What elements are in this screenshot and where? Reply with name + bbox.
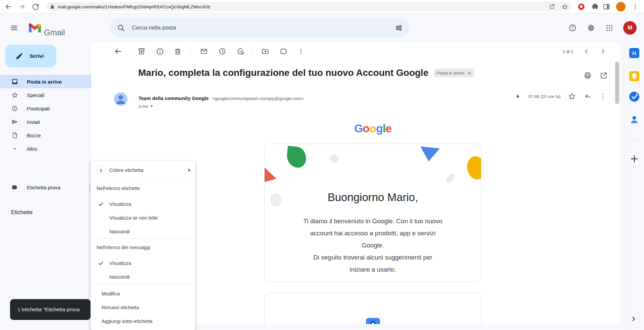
sender-avatar[interactable]: [114, 92, 127, 106]
sidebar: Scrivi Posta in arrivo Speciali Posticip…: [0, 43, 91, 330]
sidebar-item-snoozed[interactable]: Posticipati: [0, 102, 101, 115]
back-arrow-icon[interactable]: [114, 47, 122, 55]
share-icon[interactable]: [549, 3, 555, 10]
confetti-grey-diamond: [329, 153, 340, 164]
report-spam-icon[interactable]: [156, 47, 164, 55]
menu-item-hide-in-labels[interactable]: Nascondi: [91, 225, 195, 238]
bookmark-star-icon[interactable]: [561, 3, 568, 10]
browser-reload-icon[interactable]: [32, 3, 40, 11]
sidebar-label-etichetta-prova[interactable]: Etichetta prova: [0, 181, 101, 194]
browser-back-icon[interactable]: [4, 3, 12, 11]
adblock-icon[interactable]: [578, 3, 585, 10]
open-in-new-icon[interactable]: [600, 72, 608, 80]
confetti-red-triangle: [264, 167, 279, 187]
sidebar-item-drafts[interactable]: Bozze: [0, 129, 101, 142]
scrollbar-thumb[interactable]: [615, 61, 619, 104]
svg-text:?: ?: [572, 26, 574, 30]
subject-actions: [584, 72, 608, 80]
menu-item-hide-in-messages[interactable]: Nascondi: [91, 270, 195, 284]
more-vert-icon[interactable]: [297, 47, 305, 55]
newer-chevron-icon[interactable]: [583, 47, 591, 55]
sidebar-item-starred[interactable]: Speciali: [0, 88, 101, 102]
pagination: 1 di 1: [562, 43, 607, 60]
camera-icon: [366, 318, 380, 324]
pagination-count: 1 di 1: [562, 49, 573, 54]
confetti-grey-pill: [445, 172, 457, 184]
search-icon[interactable]: [117, 24, 125, 32]
inbox-label-chip[interactable]: Posta in arrivo: [434, 68, 474, 77]
keep-icon[interactable]: [629, 71, 639, 81]
lock-icon: [50, 4, 55, 9]
menu-item-add-sublabel[interactable]: Aggiungi sotto-etichetta: [91, 314, 195, 328]
confetti-yellow-ellipse: [465, 154, 481, 181]
check-icon: [98, 201, 104, 207]
address-bar[interactable]: mail.google.com/mail/u/1/#inbox/FMfcgzGr…: [46, 2, 572, 11]
menu-item-remove-label[interactable]: Rimuovi etichetta: [91, 300, 195, 314]
sidebar-item-inbox[interactable]: Posta in arrivo: [0, 75, 101, 88]
more-vert-icon[interactable]: [599, 92, 607, 100]
help-icon[interactable]: ?: [569, 24, 577, 32]
browser-profile-avatar[interactable]: [616, 2, 626, 11]
reply-icon[interactable]: [583, 92, 591, 100]
search-input[interactable]: [132, 25, 395, 31]
chevron-down-icon: [11, 145, 18, 152]
toast-message: L'etichetta "Etichetta prova: [18, 307, 79, 313]
account-avatar[interactable]: M: [623, 21, 637, 35]
tasks-icon[interactable]: [629, 92, 639, 102]
archive-icon[interactable]: [138, 47, 146, 55]
rail-divider: [630, 140, 639, 140]
confetti-green-wedge: [286, 146, 307, 169]
chip-close-icon[interactable]: [467, 71, 472, 75]
calendar-icon[interactable]: 31: [629, 48, 639, 58]
sidebar-item-more[interactable]: Altro: [0, 142, 101, 155]
hamburger-menu-icon[interactable]: [10, 24, 18, 32]
menu-item-label-color[interactable]: a Colore etichetta: [91, 161, 195, 179]
menu-item-show-in-labels[interactable]: Visualizza: [91, 197, 195, 211]
side-panel-rail: 31: [624, 43, 644, 330]
extensions-puzzle-icon[interactable]: [591, 3, 599, 11]
snooze-clock-icon[interactable]: [218, 47, 226, 55]
label-created-toast: L'etichetta "Etichetta prova: [10, 299, 91, 320]
compose-button[interactable]: Scrivi: [5, 45, 56, 67]
mark-unread-icon[interactable]: [200, 47, 208, 55]
menu-item-edit[interactable]: Modifica: [91, 287, 195, 300]
email-greeting: Buongiorno Mario,: [265, 191, 481, 204]
search-options-icon[interactable]: [395, 24, 403, 32]
move-to-folder-icon[interactable]: [261, 47, 269, 55]
contacts-icon[interactable]: [629, 114, 639, 125]
clock-icon: [11, 105, 18, 112]
email-body-text: Ti diamo il benvenuto in Google. Con il …: [265, 215, 481, 276]
menu-item-show-if-unread[interactable]: Visualizza se non lette: [91, 211, 195, 225]
recipient-toggle[interactable]: a me: [139, 104, 153, 109]
menu-section-header: Nell'elenco etichette: [91, 179, 195, 197]
draft-icon: [11, 132, 18, 139]
older-chevron-icon[interactable]: [599, 47, 607, 55]
check-icon: [98, 260, 104, 266]
browser-more-icon[interactable]: [631, 3, 639, 11]
star-icon: [11, 92, 18, 98]
expand-chevron-icon[interactable]: [630, 315, 638, 323]
gmail-logo-icon[interactable]: [29, 23, 41, 33]
message-meta: 07:46 (10 ore fa): [515, 92, 607, 100]
apps-grid-icon[interactable]: [605, 24, 613, 32]
add-plus-icon[interactable]: [629, 154, 639, 164]
side-panel-icon[interactable]: [602, 3, 610, 11]
email-subject: Mario, completa la configurazione del tu…: [138, 67, 428, 78]
gmail-header: Gmail ? M: [0, 13, 644, 43]
compose-label: Scrivi: [30, 53, 44, 59]
menu-item-show-in-messages[interactable]: Visualizza: [91, 256, 195, 270]
sidebar-nav: Posta in arrivo Speciali Posticipati Inv…: [0, 75, 91, 155]
label-tag-icon[interactable]: [280, 47, 288, 55]
message-time: 07:46 (10 ore fa): [528, 94, 560, 99]
toolbar-divider: [190, 48, 191, 55]
browser-toolbar: mail.google.com/mail/u/1/#inbox/FMfcgzGr…: [0, 0, 644, 13]
settings-gear-icon[interactable]: [587, 24, 595, 32]
search-bar[interactable]: [110, 18, 410, 38]
delete-trash-icon[interactable]: [174, 47, 182, 55]
toolbar-divider: [252, 48, 253, 55]
star-icon[interactable]: [568, 92, 576, 100]
print-icon[interactable]: [584, 72, 592, 80]
add-to-tasks-icon[interactable]: [237, 47, 245, 55]
browser-forward-icon[interactable]: [18, 3, 26, 11]
sidebar-item-sent[interactable]: Inviati: [0, 115, 101, 129]
